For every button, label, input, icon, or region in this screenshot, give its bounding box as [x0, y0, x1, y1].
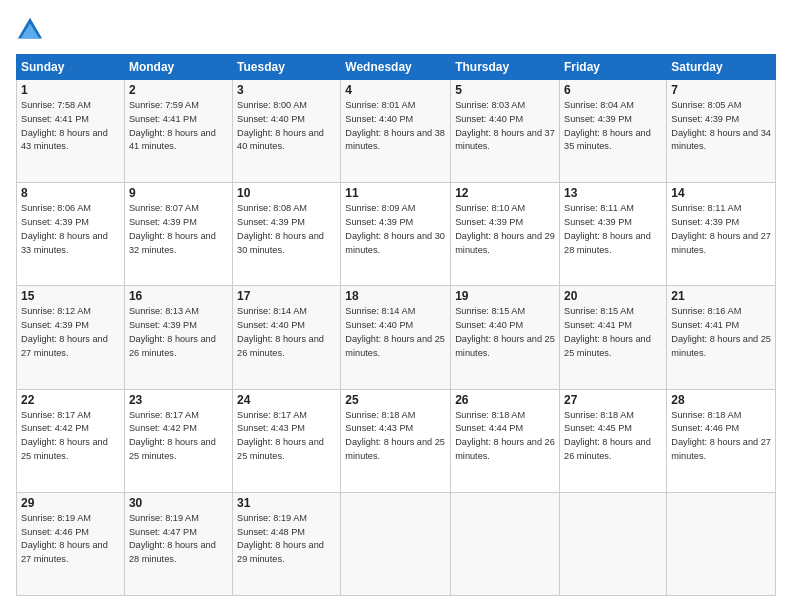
calendar-cell: 5Sunrise: 8:03 AMSunset: 4:40 PMDaylight… [451, 80, 560, 183]
weekday-wednesday: Wednesday [341, 55, 451, 80]
day-info: Sunrise: 8:04 AMSunset: 4:39 PMDaylight:… [564, 99, 662, 154]
calendar-cell: 17Sunrise: 8:14 AMSunset: 4:40 PMDayligh… [233, 286, 341, 389]
day-number: 18 [345, 289, 446, 303]
day-info: Sunrise: 8:16 AMSunset: 4:41 PMDaylight:… [671, 305, 771, 360]
week-row-5: 29Sunrise: 8:19 AMSunset: 4:46 PMDayligh… [17, 492, 776, 595]
calendar-cell: 12Sunrise: 8:10 AMSunset: 4:39 PMDayligh… [451, 183, 560, 286]
weekday-monday: Monday [124, 55, 232, 80]
day-number: 31 [237, 496, 336, 510]
calendar-cell: 9Sunrise: 8:07 AMSunset: 4:39 PMDaylight… [124, 183, 232, 286]
day-info: Sunrise: 8:17 AMSunset: 4:42 PMDaylight:… [21, 409, 120, 464]
day-info: Sunrise: 8:15 AMSunset: 4:41 PMDaylight:… [564, 305, 662, 360]
day-info: Sunrise: 8:12 AMSunset: 4:39 PMDaylight:… [21, 305, 120, 360]
day-info: Sunrise: 8:09 AMSunset: 4:39 PMDaylight:… [345, 202, 446, 257]
day-number: 4 [345, 83, 446, 97]
day-info: Sunrise: 8:14 AMSunset: 4:40 PMDaylight:… [345, 305, 446, 360]
day-info: Sunrise: 8:06 AMSunset: 4:39 PMDaylight:… [21, 202, 120, 257]
calendar-cell: 13Sunrise: 8:11 AMSunset: 4:39 PMDayligh… [560, 183, 667, 286]
day-info: Sunrise: 8:11 AMSunset: 4:39 PMDaylight:… [564, 202, 662, 257]
day-number: 29 [21, 496, 120, 510]
calendar-cell [341, 492, 451, 595]
calendar-cell: 26Sunrise: 8:18 AMSunset: 4:44 PMDayligh… [451, 389, 560, 492]
day-info: Sunrise: 7:59 AMSunset: 4:41 PMDaylight:… [129, 99, 228, 154]
day-info: Sunrise: 8:14 AMSunset: 4:40 PMDaylight:… [237, 305, 336, 360]
logo [16, 16, 48, 44]
day-number: 30 [129, 496, 228, 510]
day-number: 7 [671, 83, 771, 97]
week-row-1: 1Sunrise: 7:58 AMSunset: 4:41 PMDaylight… [17, 80, 776, 183]
calendar-cell: 28Sunrise: 8:18 AMSunset: 4:46 PMDayligh… [667, 389, 776, 492]
calendar-cell: 2Sunrise: 7:59 AMSunset: 4:41 PMDaylight… [124, 80, 232, 183]
calendar-cell: 20Sunrise: 8:15 AMSunset: 4:41 PMDayligh… [560, 286, 667, 389]
day-number: 8 [21, 186, 120, 200]
calendar-cell: 30Sunrise: 8:19 AMSunset: 4:47 PMDayligh… [124, 492, 232, 595]
day-info: Sunrise: 8:00 AMSunset: 4:40 PMDaylight:… [237, 99, 336, 154]
weekday-row: SundayMondayTuesdayWednesdayThursdayFrid… [17, 55, 776, 80]
day-number: 27 [564, 393, 662, 407]
day-info: Sunrise: 8:17 AMSunset: 4:43 PMDaylight:… [237, 409, 336, 464]
calendar: SundayMondayTuesdayWednesdayThursdayFrid… [16, 54, 776, 596]
day-info: Sunrise: 8:15 AMSunset: 4:40 PMDaylight:… [455, 305, 555, 360]
calendar-cell: 21Sunrise: 8:16 AMSunset: 4:41 PMDayligh… [667, 286, 776, 389]
day-number: 24 [237, 393, 336, 407]
day-info: Sunrise: 8:10 AMSunset: 4:39 PMDaylight:… [455, 202, 555, 257]
day-number: 10 [237, 186, 336, 200]
calendar-cell: 29Sunrise: 8:19 AMSunset: 4:46 PMDayligh… [17, 492, 125, 595]
weekday-thursday: Thursday [451, 55, 560, 80]
weekday-sunday: Sunday [17, 55, 125, 80]
day-info: Sunrise: 8:11 AMSunset: 4:39 PMDaylight:… [671, 202, 771, 257]
day-number: 14 [671, 186, 771, 200]
day-number: 5 [455, 83, 555, 97]
day-number: 3 [237, 83, 336, 97]
calendar-cell: 3Sunrise: 8:00 AMSunset: 4:40 PMDaylight… [233, 80, 341, 183]
day-number: 13 [564, 186, 662, 200]
day-info: Sunrise: 8:18 AMSunset: 4:45 PMDaylight:… [564, 409, 662, 464]
day-info: Sunrise: 8:13 AMSunset: 4:39 PMDaylight:… [129, 305, 228, 360]
day-number: 25 [345, 393, 446, 407]
calendar-cell [451, 492, 560, 595]
day-info: Sunrise: 8:05 AMSunset: 4:39 PMDaylight:… [671, 99, 771, 154]
day-info: Sunrise: 8:18 AMSunset: 4:46 PMDaylight:… [671, 409, 771, 464]
calendar-cell: 16Sunrise: 8:13 AMSunset: 4:39 PMDayligh… [124, 286, 232, 389]
day-info: Sunrise: 8:08 AMSunset: 4:39 PMDaylight:… [237, 202, 336, 257]
calendar-cell: 25Sunrise: 8:18 AMSunset: 4:43 PMDayligh… [341, 389, 451, 492]
weekday-tuesday: Tuesday [233, 55, 341, 80]
day-number: 16 [129, 289, 228, 303]
day-info: Sunrise: 8:19 AMSunset: 4:46 PMDaylight:… [21, 512, 120, 567]
calendar-cell: 1Sunrise: 7:58 AMSunset: 4:41 PMDaylight… [17, 80, 125, 183]
day-number: 26 [455, 393, 555, 407]
header [16, 16, 776, 44]
calendar-cell: 15Sunrise: 8:12 AMSunset: 4:39 PMDayligh… [17, 286, 125, 389]
calendar-cell: 14Sunrise: 8:11 AMSunset: 4:39 PMDayligh… [667, 183, 776, 286]
calendar-cell: 8Sunrise: 8:06 AMSunset: 4:39 PMDaylight… [17, 183, 125, 286]
calendar-cell: 11Sunrise: 8:09 AMSunset: 4:39 PMDayligh… [341, 183, 451, 286]
day-number: 20 [564, 289, 662, 303]
calendar-header: SundayMondayTuesdayWednesdayThursdayFrid… [17, 55, 776, 80]
day-number: 12 [455, 186, 555, 200]
day-info: Sunrise: 7:58 AMSunset: 4:41 PMDaylight:… [21, 99, 120, 154]
day-info: Sunrise: 8:03 AMSunset: 4:40 PMDaylight:… [455, 99, 555, 154]
week-row-2: 8Sunrise: 8:06 AMSunset: 4:39 PMDaylight… [17, 183, 776, 286]
calendar-cell: 19Sunrise: 8:15 AMSunset: 4:40 PMDayligh… [451, 286, 560, 389]
day-number: 9 [129, 186, 228, 200]
day-info: Sunrise: 8:19 AMSunset: 4:47 PMDaylight:… [129, 512, 228, 567]
calendar-cell: 4Sunrise: 8:01 AMSunset: 4:40 PMDaylight… [341, 80, 451, 183]
weekday-saturday: Saturday [667, 55, 776, 80]
day-number: 17 [237, 289, 336, 303]
day-number: 6 [564, 83, 662, 97]
day-number: 21 [671, 289, 771, 303]
calendar-cell [667, 492, 776, 595]
calendar-cell: 23Sunrise: 8:17 AMSunset: 4:42 PMDayligh… [124, 389, 232, 492]
day-number: 15 [21, 289, 120, 303]
day-info: Sunrise: 8:01 AMSunset: 4:40 PMDaylight:… [345, 99, 446, 154]
day-number: 28 [671, 393, 771, 407]
day-number: 22 [21, 393, 120, 407]
day-number: 2 [129, 83, 228, 97]
calendar-cell: 18Sunrise: 8:14 AMSunset: 4:40 PMDayligh… [341, 286, 451, 389]
calendar-body: 1Sunrise: 7:58 AMSunset: 4:41 PMDaylight… [17, 80, 776, 596]
day-number: 1 [21, 83, 120, 97]
day-number: 19 [455, 289, 555, 303]
day-number: 11 [345, 186, 446, 200]
calendar-cell: 24Sunrise: 8:17 AMSunset: 4:43 PMDayligh… [233, 389, 341, 492]
calendar-cell: 27Sunrise: 8:18 AMSunset: 4:45 PMDayligh… [560, 389, 667, 492]
